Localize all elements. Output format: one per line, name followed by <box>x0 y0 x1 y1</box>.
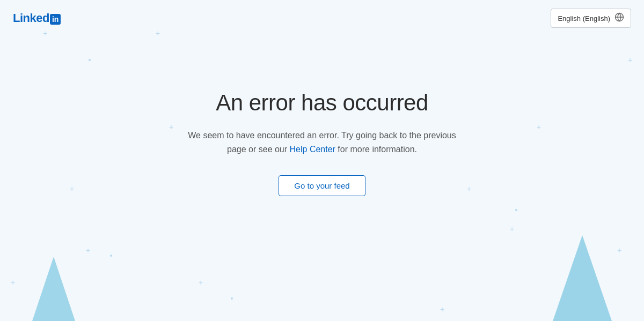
triangle-left-decoration <box>32 257 75 321</box>
error-description: We seem to have encountered an error. Tr… <box>182 129 462 156</box>
deco-plus: + <box>510 225 514 233</box>
header: Linkedin English (English) <box>0 0 644 36</box>
deco-dot <box>110 255 112 257</box>
language-label: English (English) <box>558 14 610 23</box>
go-to-feed-button[interactable]: Go to your feed <box>279 175 365 196</box>
deco-plus: + <box>11 279 15 286</box>
language-selector[interactable]: English (English) <box>551 9 631 28</box>
help-center-link[interactable]: Help Center <box>290 145 335 154</box>
logo-text: Linkedin <box>13 11 61 25</box>
deco-plus: + <box>199 279 203 286</box>
error-text-after: for more information. <box>335 145 417 154</box>
deco-dot <box>231 297 233 300</box>
error-title: An error has occurred <box>216 90 428 116</box>
logo-linked-text: Linked <box>13 11 49 25</box>
main-content: An error has occurred We seem to have en… <box>0 36 644 196</box>
logo: Linkedin <box>13 11 61 25</box>
deco-plus: + <box>617 247 621 254</box>
globe-icon <box>614 12 624 24</box>
logo-in-box: in <box>50 14 61 25</box>
deco-plus: + <box>440 305 444 313</box>
deco-plus: + <box>86 247 90 254</box>
triangle-right-decoration <box>553 235 612 321</box>
deco-dot <box>515 209 517 211</box>
